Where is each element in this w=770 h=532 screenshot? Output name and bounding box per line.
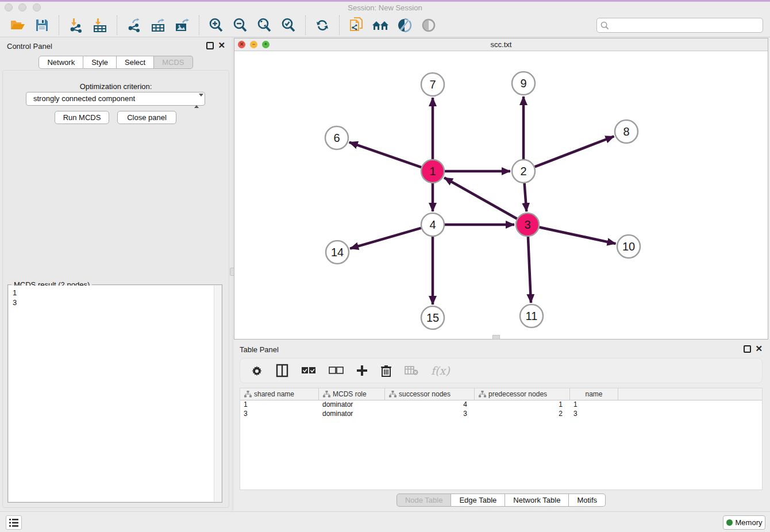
tab-node-table[interactable]: Node Table xyxy=(396,494,452,507)
cell-name: 3 xyxy=(570,410,618,419)
result-line: 3 xyxy=(13,298,221,307)
save-session-button[interactable] xyxy=(32,16,52,34)
open-session-button[interactable] xyxy=(8,16,28,34)
edge-layer xyxy=(349,97,616,304)
tab-style[interactable]: Style xyxy=(83,56,117,69)
hierarchy-icon xyxy=(244,391,252,398)
import-table-button[interactable] xyxy=(90,16,110,34)
table-settings-button[interactable] xyxy=(251,364,263,377)
graph-edge-3-1[interactable] xyxy=(444,178,517,218)
mcds-result-textarea[interactable]: 1 3 xyxy=(9,286,221,502)
cell-shared-name: 3 xyxy=(240,410,319,419)
export-image-button[interactable] xyxy=(172,16,192,34)
zoom-out-button[interactable] xyxy=(230,16,250,34)
new-network-from-selection-button[interactable] xyxy=(346,16,366,34)
graph-edge-2-8[interactable] xyxy=(535,136,614,167)
zoom-in-button[interactable] xyxy=(206,16,226,34)
function-builder-button[interactable]: f(x) xyxy=(431,364,450,377)
gear-icon xyxy=(251,364,263,377)
close-panel-icon[interactable]: ✕ xyxy=(218,40,225,51)
graph-edge-4-14[interactable] xyxy=(350,228,421,249)
graph-edge-2-3[interactable] xyxy=(525,183,527,211)
table-row[interactable]: 3 dominator 3 2 3 xyxy=(240,410,762,419)
table-toolbar: f(x) xyxy=(240,358,763,383)
task-history-button[interactable] xyxy=(6,515,22,530)
cell-shared-name: 1 xyxy=(240,400,319,410)
node-table: shared name MCDS role successor nodes pr… xyxy=(240,388,763,490)
result-scrollbar[interactable] xyxy=(214,286,221,502)
graph-node-label: 3 xyxy=(524,218,530,231)
memory-button[interactable]: Memory xyxy=(723,515,765,530)
search-input[interactable] xyxy=(611,21,763,30)
optimization-criterion-select[interactable]: strongly connected component xyxy=(26,92,205,106)
graph-node-15[interactable]: 15 xyxy=(421,306,444,329)
table-header-row: shared name MCDS role successor nodes pr… xyxy=(240,388,762,400)
float-panel-icon[interactable] xyxy=(744,345,751,353)
graph-node-1[interactable]: 1 xyxy=(421,160,444,183)
network-close-icon[interactable]: ✕ xyxy=(238,41,245,48)
graph-node-11[interactable]: 11 xyxy=(520,304,543,327)
show-graphics-details-button[interactable] xyxy=(395,16,414,34)
export-network-button[interactable] xyxy=(124,16,144,34)
run-mcds-button[interactable]: Run MCDS xyxy=(55,111,109,124)
column-header-mcds-role[interactable]: MCDS role xyxy=(319,388,385,400)
delete-column-button[interactable] xyxy=(380,364,392,377)
graph-node-6[interactable]: 6 xyxy=(325,126,348,149)
select-all-rows-button[interactable] xyxy=(301,367,316,375)
graph-node-9[interactable]: 9 xyxy=(512,72,535,95)
graph-node-10[interactable]: 10 xyxy=(617,235,640,258)
column-header-name[interactable]: name xyxy=(570,388,618,400)
eye-lens-icon xyxy=(421,18,436,33)
close-panel-icon[interactable]: ✕ xyxy=(755,344,763,354)
network-window-titlebar: ✕ − + scc.txt xyxy=(234,38,768,51)
graph-edge-1-6[interactable] xyxy=(349,142,421,168)
column-header-successor-nodes[interactable]: successor nodes xyxy=(385,388,475,400)
graph-edge-3-11[interactable] xyxy=(528,237,531,303)
graph-node-4[interactable]: 4 xyxy=(421,213,444,236)
column-header-shared-name[interactable]: shared name xyxy=(240,388,319,400)
network-window: ✕ − + scc.txt 7968124314101511 xyxy=(234,38,768,340)
zoom-fit-button[interactable] xyxy=(255,16,274,34)
tab-network[interactable]: Network xyxy=(38,56,83,69)
refresh-button[interactable] xyxy=(313,16,332,34)
export-table-button[interactable] xyxy=(148,16,168,34)
graph-node-7[interactable]: 7 xyxy=(421,73,444,96)
create-column-button[interactable] xyxy=(356,365,368,376)
close-panel-button[interactable]: Close panel xyxy=(117,111,176,124)
tab-select[interactable]: Select xyxy=(117,56,154,69)
tab-mcds[interactable]: MCDS xyxy=(154,56,192,69)
maximize-window-icon[interactable] xyxy=(33,3,41,11)
show-all-panels-button[interactable] xyxy=(371,16,390,34)
zoom-selected-button[interactable] xyxy=(279,16,298,34)
tab-edge-table[interactable]: Edge Table xyxy=(451,494,505,507)
table-row[interactable]: 1 dominator 4 1 1 xyxy=(240,400,762,410)
column-header-predecessor-nodes[interactable]: predecessor nodes xyxy=(475,388,570,400)
hierarchy-icon xyxy=(323,391,330,398)
delete-table-button[interactable] xyxy=(405,366,418,375)
deselect-all-rows-button[interactable] xyxy=(329,367,344,375)
import-network-button[interactable] xyxy=(66,16,86,34)
toolbar-separator xyxy=(305,16,306,35)
network-maximize-icon[interactable]: + xyxy=(262,41,270,48)
graph-edge-3-10[interactable] xyxy=(540,227,616,244)
network-minimize-icon[interactable]: − xyxy=(250,41,257,48)
cell-successor-nodes: 4 xyxy=(385,400,475,410)
search-icon xyxy=(600,21,609,30)
cell-successor-nodes: 3 xyxy=(385,410,475,419)
network-canvas[interactable]: 7968124314101511 xyxy=(234,51,768,339)
tab-motifs[interactable]: Motifs xyxy=(569,494,606,507)
graph-node-2[interactable]: 2 xyxy=(512,160,535,183)
minimize-window-icon[interactable] xyxy=(18,3,26,11)
float-panel-icon[interactable] xyxy=(206,42,214,49)
graph-node-8[interactable]: 8 xyxy=(615,120,638,143)
birds-eye-view-button[interactable] xyxy=(419,16,438,34)
memory-status-icon xyxy=(726,519,733,526)
graph-node-14[interactable]: 14 xyxy=(326,241,349,264)
zoom-out-icon xyxy=(233,18,248,33)
tab-network-table[interactable]: Network Table xyxy=(505,494,569,507)
show-column-panel-button[interactable] xyxy=(276,364,288,377)
close-window-icon[interactable] xyxy=(5,3,13,11)
graph-node-3[interactable]: 3 xyxy=(516,213,539,236)
canvas-splitter-handle[interactable] xyxy=(492,335,500,340)
select-stepper-icon xyxy=(194,95,200,104)
